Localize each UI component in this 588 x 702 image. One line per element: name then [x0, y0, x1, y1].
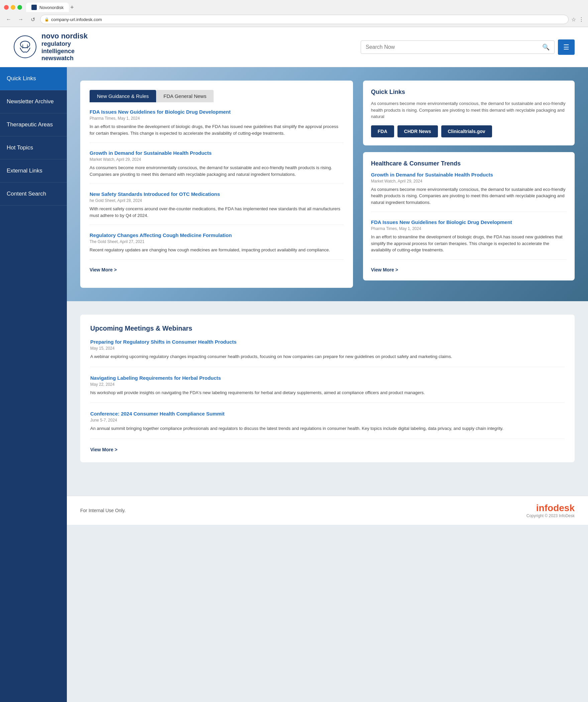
footer-right: infodesk Copyright © 2023 InfoDesk: [526, 503, 575, 518]
logo-line1: regulatory: [41, 40, 88, 48]
tab-favicon: [31, 5, 37, 10]
footer-copyright: Copyright © 2023 InfoDesk: [526, 513, 575, 518]
header-menu-button[interactable]: ☰: [558, 39, 575, 55]
sidebar: Quick Links Newsletter Archive Therapeut…: [0, 67, 67, 702]
news-desc-3: Recent regulatory updates are changing h…: [90, 247, 344, 253]
meeting-item-0: Preparing for Regulatory Shifts in Consu…: [90, 339, 565, 367]
meeting-date-2: June 5-7, 2024: [90, 418, 565, 423]
news-desc-2: With recent safety concerns around over-…: [90, 206, 344, 219]
search-icon-button[interactable]: 🔍: [542, 43, 550, 51]
hc-card-title: Healthcare & Consumer Trends: [371, 160, 567, 167]
news-tabs: New Guidance & Rules FDA General News: [90, 90, 344, 102]
app-container: novo nordisk regulatory intelligence new…: [0, 27, 588, 702]
fda-button[interactable]: FDA: [371, 125, 394, 137]
tab-fda-general[interactable]: FDA General News: [156, 90, 214, 102]
news-item-0: FDA Issues New Guidelines for Biologic D…: [90, 109, 344, 143]
right-cards: Quick Links As consumers become more env…: [363, 81, 575, 288]
sidebar-item-therapeutic[interactable]: Therapeutic Areas: [0, 113, 67, 136]
menu-icon: ☰: [563, 43, 569, 51]
meeting-desc-2: An annual summit bringing together compl…: [90, 425, 565, 432]
hc-news-item-0: Growth in Demand for Sustainable Health …: [371, 172, 567, 212]
meeting-title-1[interactable]: Navigating Labeling Requirements for Her…: [90, 375, 565, 381]
sidebar-item-content-search[interactable]: Content Search: [0, 183, 67, 206]
ql-card-title: Quick Links: [371, 89, 567, 96]
footer-logo-desk: desk: [553, 503, 575, 513]
close-dot[interactable]: [4, 5, 9, 10]
meetings-title: Upcoming Meetings & Webinars: [90, 325, 565, 332]
meeting-title-0[interactable]: Preparing for Regulatory Shifts in Consu…: [90, 339, 565, 345]
app-header: novo nordisk regulatory intelligence new…: [0, 27, 588, 67]
meeting-desc-1: his workshop will provide insights on na…: [90, 389, 565, 396]
hc-news-title-0[interactable]: Growth in Demand for Sustainable Health …: [371, 172, 567, 178]
sidebar-item-quick-links[interactable]: Quick Links: [0, 67, 67, 90]
news-item-3: Regulatory Changes Affecting Cough Medic…: [90, 232, 344, 260]
quick-links-card: Quick Links As consumers become more env…: [363, 81, 575, 145]
ql-card-desc: As consumers become more environmentally…: [371, 100, 567, 120]
news-view-more[interactable]: View More >: [90, 267, 344, 272]
bookmark-icon[interactable]: ☆: [571, 16, 576, 23]
meeting-item-1: Navigating Labeling Requirements for Her…: [90, 375, 565, 403]
logo-line2: intelligence: [41, 48, 88, 55]
refresh-button[interactable]: ↺: [28, 15, 37, 24]
search-input[interactable]: [366, 44, 542, 50]
svg-point-1: [20, 41, 30, 48]
search-box[interactable]: 🔍: [361, 40, 555, 54]
logo-company: novo nordisk: [41, 32, 88, 40]
healthcare-card: Healthcare & Consumer Trends Growth in D…: [363, 152, 575, 280]
hc-news-desc-1: In an effort to streamline the developme…: [371, 234, 567, 253]
new-tab-button[interactable]: +: [70, 4, 74, 11]
back-button[interactable]: ←: [4, 15, 13, 24]
news-title-1[interactable]: Growth in Demand for Sustainable Health …: [90, 150, 344, 156]
sidebar-item-hot-topics[interactable]: Hot Topics: [0, 136, 67, 159]
news-item-1: Growth in Demand for Sustainable Health …: [90, 150, 344, 184]
meeting-desc-0: A webinar exploring upcoming regulatory …: [90, 353, 565, 360]
chdr-button[interactable]: CHDR News: [397, 125, 438, 137]
meeting-date-1: May 22, 2024: [90, 382, 565, 387]
spacer: [67, 476, 588, 496]
header-search: 🔍 ☰: [361, 39, 575, 55]
maximize-dot[interactable]: [17, 5, 22, 10]
clinicaltrials-button[interactable]: Clinicaltrials.gov: [441, 125, 492, 137]
news-meta-1: Market Watch, April 29, 2024: [90, 157, 344, 162]
hc-news-desc-0: As consumers become more environmentally…: [371, 186, 567, 206]
footer-logo-inf: inf: [536, 503, 548, 513]
meeting-title-2[interactable]: Conference: 2024 Consumer Health Complia…: [90, 411, 565, 417]
ql-buttons: FDA CHDR News Clinicaltrials.gov: [371, 125, 567, 137]
address-bar[interactable]: 🔒 company-url.infodesk.com: [40, 15, 569, 24]
sidebar-item-newsletter[interactable]: Newsletter Archive: [0, 90, 67, 113]
news-title-2[interactable]: New Safety Standards Introduced for OTC …: [90, 191, 344, 197]
url-text: company-url.infodesk.com: [51, 17, 102, 22]
hc-news-meta-0: Market Watch, April 29, 2024: [371, 179, 567, 184]
footer-logo-o: o: [548, 503, 553, 513]
hc-view-more[interactable]: View More >: [371, 267, 567, 272]
news-title-0[interactable]: FDA Issues New Guidelines for Biologic D…: [90, 109, 344, 115]
svg-point-0: [14, 36, 36, 58]
news-item-2: New Safety Standards Introduced for OTC …: [90, 191, 344, 225]
news-title-3[interactable]: Regulatory Changes Affecting Cough Medic…: [90, 232, 344, 238]
logo-area: novo nordisk regulatory intelligence new…: [13, 32, 88, 62]
minimize-dot[interactable]: [11, 5, 15, 10]
meetings-view-more[interactable]: View More >: [90, 447, 565, 452]
footer-logo: infodesk: [526, 503, 575, 513]
news-card: New Guidance & Rules FDA General News FD…: [80, 81, 353, 288]
tab-title: Novonordisk: [39, 5, 64, 10]
hc-news-title-1[interactable]: FDA Issues New Guidelines for Biologic D…: [371, 219, 567, 225]
novo-nordisk-logo: [13, 35, 37, 58]
logo-line3: newswatch: [41, 55, 88, 62]
logo-text: novo nordisk regulatory intelligence new…: [41, 32, 88, 62]
news-desc-0: In an effort to streamline the developme…: [90, 123, 344, 136]
forward-button[interactable]: →: [16, 15, 25, 24]
meetings-section: Upcoming Meetings & Webinars Preparing f…: [80, 315, 575, 462]
meeting-date-0: May 15, 2024: [90, 346, 565, 351]
hc-news-meta-1: Pharma Times, May 1, 2024: [371, 226, 567, 231]
sidebar-item-external[interactable]: External Links: [0, 159, 67, 183]
lock-icon: 🔒: [44, 17, 49, 22]
tab-new-guidance[interactable]: New Guidance & Rules: [90, 90, 156, 102]
hero-banner: New Guidance & Rules FDA General News FD…: [67, 67, 588, 301]
news-meta-2: he Gold Sheet, April 28, 2024: [90, 198, 344, 203]
news-meta-0: Pharma Times, May 1, 2024: [90, 116, 344, 121]
browser-menu-icon[interactable]: ⋮: [579, 16, 584, 23]
browser-tab[interactable]: Novonordisk: [26, 3, 69, 12]
main-layout: Quick Links Newsletter Archive Therapeut…: [0, 67, 588, 702]
meeting-item-2: Conference: 2024 Consumer Health Complia…: [90, 411, 565, 439]
